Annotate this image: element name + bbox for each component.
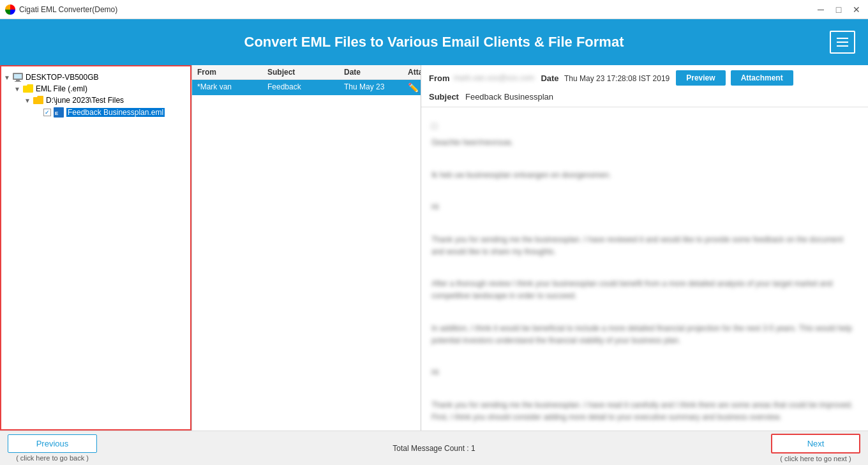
header-menu-button[interactable] [830,31,855,54]
col-header-date: Date [344,68,408,77]
email-preview-panel: From mark.van.xxx@xxx.com Date Thu May 2… [421,65,868,431]
subject-value: Feedback Businessplan [465,92,553,102]
maximize-button[interactable]: □ [832,3,845,16]
bottom-bar: Previous ( click here to go back ) Total… [0,431,868,465]
preview-date-row: Date Thu May 23 17:28:08 IST 2019 [541,72,670,84]
tree-label-feedback-file: Feedback Businessplan.eml [66,108,165,117]
svg-rect-3 [15,81,21,82]
date-label: Date [541,73,558,83]
computer-icon [13,73,23,82]
body-line-5: After a thorough review I think your bus… [431,278,858,302]
preview-header: From mark.van.xxx@xxx.com Date Thu May 2… [421,65,868,107]
tree-toggle-test-files: ▼ [24,97,33,104]
close-button[interactable]: ✕ [850,3,863,16]
file-checkbox[interactable]: ✓ [43,109,51,116]
preview-button[interactable]: Preview [676,70,725,86]
tree-label-test-files: D:\june 2023\Test Files [46,96,124,105]
tree-item-eml-root[interactable]: ▼ EML File (.eml) [1,83,190,95]
app-title: Cigati EML Converter(Demo) [19,5,117,14]
col-header-subject: Subject [267,68,344,77]
file-icon-eml: E [54,107,64,118]
svg-text:E: E [55,111,59,116]
menu-line-2 [837,42,848,43]
attachment-icon: ✏️ [408,82,421,93]
body-line-checkbox: □ [431,119,858,133]
tree-label-eml-root: EML File (.eml) [36,84,87,93]
from-label: From [429,73,450,83]
title-bar-controls: ─ □ ✕ [814,3,863,16]
body-line-2: Ik heb uw businessplan ontvangen en door… [431,169,730,181]
body-line-6: In addition, I think it would be benefic… [431,323,858,347]
email-cell-from: *Mark van [197,82,267,93]
folder-icon-test-files [33,96,43,105]
header-title: Convert EML Files to Various Email Clien… [38,34,830,50]
body-line-8: Thank you for sending me the businesspla… [431,399,858,423]
title-bar: Cigati EML Converter(Demo) ─ □ ✕ [0,0,868,19]
from-value: mark.van.xxx@xxx.com [454,73,535,82]
email-body: □ Geachte heer/mevrouw, Ik heb uw busine… [421,107,868,431]
preview-subject-row: Subject Feedback Businessplan [429,92,860,102]
app-icon [5,4,15,15]
email-cell-date: Thu May 23 [344,82,408,93]
title-bar-left: Cigati EML Converter(Demo) [5,4,117,15]
tree-toggle-computer: ▼ [4,74,13,81]
col-header-from: From [197,68,267,77]
menu-line-3 [837,45,848,47]
previous-hint: ( click here to go back ) [16,454,89,462]
email-list-panel: From Subject Date Attachment *Mark van F… [191,65,421,431]
header-bar: Convert EML Files to Various Email Clien… [0,19,868,65]
tree-toggle-eml: ▼ [14,86,23,93]
date-value: Thu May 23 17:28:08 IST 2019 [564,74,670,83]
email-list-body: *Mark van Feedback Thu May 23 ✏️ [192,80,421,431]
svg-rect-2 [16,80,20,81]
next-hint: ( click here to go next ) [780,455,851,462]
previous-button[interactable]: Previous [8,434,97,453]
next-button[interactable]: Next [771,434,860,454]
bottom-center: Total Message Count : 1 [393,444,475,453]
email-row[interactable]: *Mark van Feedback Thu May 23 ✏️ [192,80,421,95]
main-content: ▼ DESKTOP-VB500GB ▼ EML File (.eml) ▼ D:… [0,65,868,431]
email-list-header: From Subject Date Attachment [192,65,421,80]
body-line-4: Thank you for sending me the businesspla… [431,234,858,258]
body-line-7: Hi [431,367,443,379]
folder-icon-eml [23,84,33,93]
preview-buttons: Preview Attachment [676,70,793,86]
tree-item-computer[interactable]: ▼ DESKTOP-VB500GB [1,72,190,83]
attachment-button[interactable]: Attachment [731,70,793,86]
tree-item-test-files[interactable]: ▼ D:\june 2023\Test Files [1,95,190,106]
body-line-1: Geachte heer/mevrouw, [431,137,645,149]
subject-label: Subject [429,92,459,102]
body-line-3: Hi [431,201,443,213]
preview-from-row: From mark.van.xxx@xxx.com [429,73,534,83]
svg-rect-1 [14,74,22,79]
email-cell-subject: Feedback [267,82,344,93]
bottom-right: Next ( click here to go next ) [771,434,860,462]
minimize-button[interactable]: ─ [814,3,827,16]
tree-label-computer: DESKTOP-VB500GB [26,73,99,82]
bottom-left: Previous ( click here to go back ) [8,434,97,462]
menu-line-1 [837,38,848,39]
col-header-attachment: Attachment [408,68,421,77]
file-tree-panel: ▼ DESKTOP-VB500GB ▼ EML File (.eml) ▼ D:… [0,65,191,431]
total-message-count: Total Message Count : 1 [393,444,475,453]
tree-item-feedback-file[interactable]: ✓ E Feedback Businessplan.eml [1,106,190,119]
